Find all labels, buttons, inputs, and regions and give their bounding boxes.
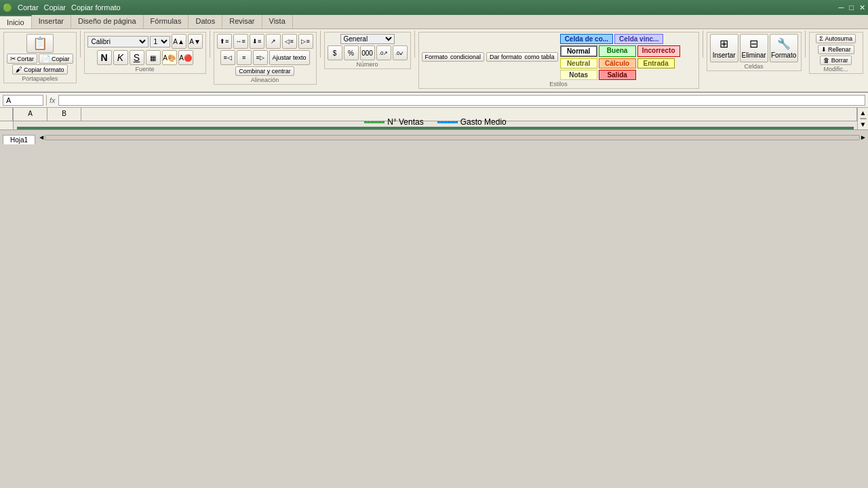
format-as-table-button[interactable]: Dar formatocomo tabla (486, 52, 558, 62)
group-portapapeles: 📋 ✂ Cortar 📄 Copiar 🖌 Copiar formato Por… (3, 32, 77, 83)
text-direction-button[interactable]: ↗ (266, 34, 281, 49)
border-button[interactable]: ▦ (146, 50, 161, 65)
tab-vista[interactable]: Vista (262, 15, 293, 28)
currency-button[interactable]: $ (328, 45, 342, 60)
divider-2 (210, 30, 210, 58)
chart-area: 1800 1600 1400 1200 1000 800 600 400 200… (14, 121, 857, 129)
main-grid-area: A B (14, 108, 857, 129)
name-box[interactable] (3, 95, 43, 106)
style-notas[interactable]: Notas (560, 70, 597, 80)
numero-label: Número (325, 61, 410, 68)
cut-button[interactable]: ✂ Cortar (7, 54, 37, 64)
align-center-button[interactable]: ≡ (237, 50, 252, 65)
autosum-button[interactable]: Σ Autosuma (816, 34, 856, 43)
align-bottom-button[interactable]: ⬇≡ (250, 34, 264, 49)
group-numero: General $ % 000 .0↗ .0↙ Número (324, 32, 411, 69)
fill-button[interactable]: ⬇ Rellenar (818, 45, 854, 54)
align-middle-button[interactable]: ↔≡ (233, 34, 248, 49)
number-format-select[interactable]: General (340, 34, 395, 44)
spreadsheet-main: A B (0, 108, 868, 144)
quick-access-toolbar: 🟢 Cortar Copiar Copiar formato ─ □ ✕ (0, 0, 868, 15)
legend-ventas: N° Ventas (364, 117, 424, 127)
h-scroll-thumb[interactable] (45, 135, 860, 140)
paste-button[interactable]: 📋 (26, 34, 54, 53)
style-celdavinc[interactable]: Celda vinc... (614, 34, 663, 44)
vertical-scrollbar[interactable]: ▲ ▼ (857, 108, 868, 129)
style-entrada[interactable]: Entrada (637, 58, 675, 68)
font-color-button[interactable]: A🔴 (178, 50, 193, 65)
bold-button[interactable]: N (97, 50, 112, 65)
delete-button[interactable]: ⊟ Eliminar (740, 34, 768, 62)
font-size-select[interactable]: 11 (150, 36, 170, 47)
fill-color-button[interactable]: A🎨 (162, 50, 177, 65)
group-celdas: ⊞ Insertar ⊟ Eliminar 🔧 Formato Celdas (707, 32, 802, 71)
clear-button[interactable]: 🗑 Borrar (820, 56, 852, 65)
quick-access-copyformat[interactable]: Copiar formato (71, 3, 121, 12)
window-close[interactable]: ✕ (859, 3, 865, 12)
legend-ventas-label: N° Ventas (387, 117, 424, 127)
increase-font-button[interactable]: A▲ (172, 34, 186, 49)
align-right-button[interactable]: ≡▷ (253, 50, 268, 65)
style-incorrecto[interactable]: Incorrecto (637, 45, 680, 57)
formula-sep (46, 95, 47, 106)
scroll-thumb[interactable] (860, 118, 867, 119)
sheet-tab-hoja1[interactable]: Hoja1 (3, 135, 35, 144)
portapapeles-label: Portapapeles (4, 75, 76, 82)
merge-center-button[interactable]: Combinar y centrar (235, 66, 294, 76)
decrease-font-button[interactable]: A▼ (188, 34, 203, 49)
estilos-label: Estilos (419, 81, 698, 87)
app-icon: 🟢 (3, 3, 12, 12)
window-minimize[interactable]: ─ (839, 3, 844, 12)
tab-formulas[interactable]: Fórmulas (144, 15, 189, 28)
indent-increase-button[interactable]: ▷≡ (298, 34, 313, 49)
divider-4 (414, 30, 415, 58)
insert-button[interactable]: ⊞ Insertar (710, 34, 738, 62)
formula-bar: fx (0, 93, 868, 108)
scroll-right-button[interactable]: ► (860, 134, 867, 141)
style-neutral[interactable]: Neutral (560, 58, 597, 68)
increase-decimal-button[interactable]: .0↗ (376, 45, 391, 60)
sheet-tabs-bar: Hoja1 ◄ ► (0, 129, 868, 144)
style-normal[interactable]: Normal (560, 45, 597, 57)
decrease-decimal-button[interactable]: .0↙ (393, 45, 408, 60)
thousands-button[interactable]: 000 (360, 45, 375, 60)
group-modificar: Σ Autosuma ⬇ Rellenar 🗑 Borrar Modific..… (809, 32, 863, 74)
window-maximize[interactable]: □ (849, 3, 854, 12)
percent-button[interactable]: % (344, 45, 359, 60)
tab-diseno[interactable]: Diseño de página (71, 15, 144, 28)
fx-label: fx (50, 96, 56, 104)
formula-input[interactable] (58, 95, 865, 106)
scroll-down-button[interactable]: ▼ (860, 121, 867, 128)
style-calculo[interactable]: Cálculo (599, 58, 636, 68)
quick-access-cut[interactable]: Cortar (18, 3, 39, 12)
style-salida[interactable]: Salida (599, 70, 636, 80)
format-button[interactable]: 🔧 Formato (770, 34, 798, 62)
underline-button[interactable]: S (130, 50, 144, 65)
tab-datos[interactable]: Datos (189, 15, 222, 28)
align-left-button[interactable]: ≡◁ (220, 50, 235, 65)
quick-access-copy[interactable]: Copiar (44, 3, 66, 12)
scroll-up-button[interactable]: ▲ (860, 109, 867, 117)
tab-insertar[interactable]: Insertar (32, 15, 71, 28)
tab-inicio[interactable]: Inicio (0, 15, 32, 28)
ribbon: 🟢 Cortar Copiar Copiar formato ─ □ ✕ Ini… (0, 0, 868, 93)
copy-button[interactable]: 📄 Copiar (39, 54, 73, 64)
font-family-select[interactable]: Calibri (87, 36, 149, 47)
tab-revisar[interactable]: Revisar (222, 15, 262, 28)
fuente-label: Fuente (85, 66, 205, 73)
chart-container[interactable]: 1800 1600 1400 1200 1000 800 600 400 200… (17, 127, 854, 129)
indent-decrease-button[interactable]: ◁≡ (282, 34, 297, 49)
style-celdaco[interactable]: Celda de co... (560, 34, 613, 44)
legend-gasto: Gasto Medio (437, 117, 507, 127)
corner-cell (0, 108, 13, 121)
sheet-tabs: Hoja1 (0, 130, 37, 144)
wrap-text-button[interactable]: Ajustar texto (269, 50, 310, 65)
align-top-button[interactable]: ⬆≡ (217, 34, 232, 49)
row-headers (0, 108, 14, 129)
conditional-format-button[interactable]: Formatocondicional (422, 52, 485, 62)
style-buena[interactable]: Buena (599, 45, 636, 57)
italic-button[interactable]: K (113, 50, 128, 65)
scroll-left-button[interactable]: ◄ (38, 134, 45, 141)
copyformat-button[interactable]: 🖌 Copiar formato (12, 64, 68, 75)
group-alineacion: ⬆≡ ↔≡ ⬇≡ ↗ ◁≡ ▷≡ ≡◁ ≡ ≡▷ Ajustar texto C… (214, 32, 317, 85)
